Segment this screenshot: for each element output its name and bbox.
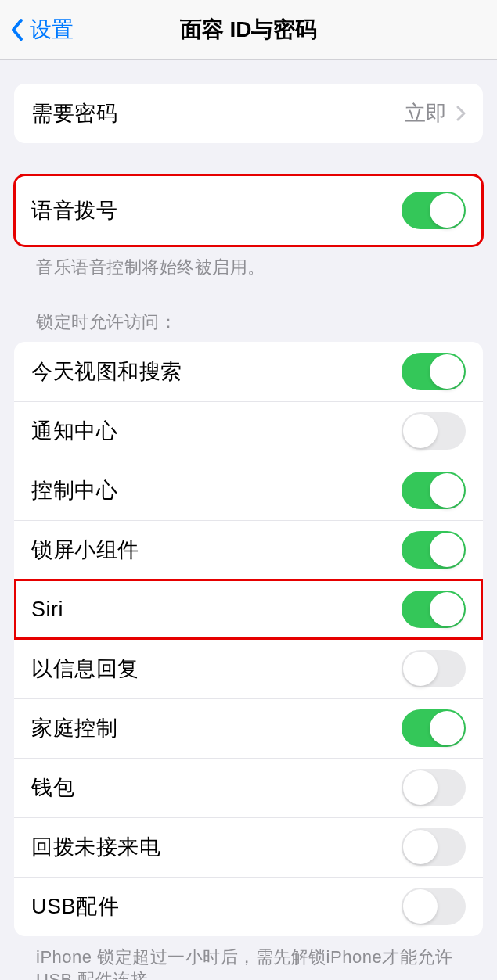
locked-access-header: 锁定时允许访问：	[14, 311, 483, 342]
group-passcode-require: 需要密码 立即	[14, 84, 483, 143]
row-label: 控制中心	[31, 476, 117, 504]
toggle-locked-access-item[interactable]	[402, 709, 466, 747]
toggle-locked-access-item[interactable]	[402, 412, 466, 450]
row-passcode-require[interactable]: 需要密码 立即	[14, 84, 483, 143]
row-label: 需要密码	[31, 99, 117, 127]
back-button[interactable]: 设置	[9, 15, 74, 45]
row-locked-access-item: 通知中心	[14, 401, 483, 461]
group-voice-dial: 语音拨号	[14, 174, 483, 246]
voice-dial-footnote: 音乐语音控制将始终被启用。	[14, 246, 483, 279]
chevron-left-icon	[9, 18, 23, 41]
page-title: 面容 ID与密码	[180, 15, 318, 45]
row-locked-access-item: 以信息回复	[14, 639, 483, 698]
row-label: 语音拨号	[31, 196, 117, 224]
row-label: 家庭控制	[31, 714, 117, 742]
group-locked-access: 今天视图和搜索通知中心控制中心锁屏小组件Siri以信息回复家庭控制钱包回拨未接来…	[14, 342, 483, 936]
row-label: 通知中心	[31, 417, 117, 445]
row-locked-access-item: 回拨未接来电	[14, 817, 483, 877]
row-locked-access-item: 钱包	[14, 758, 483, 817]
row-label: 回拨未接来电	[31, 833, 160, 861]
row-locked-access-item: USB配件	[14, 877, 483, 936]
row-locked-access-item: 控制中心	[14, 461, 483, 520]
row-value: 立即	[405, 99, 447, 127]
toggle-locked-access-item[interactable]	[402, 769, 466, 806]
row-label: 钱包	[31, 774, 74, 802]
toggle-locked-access-item[interactable]	[402, 472, 466, 509]
row-label: 以信息回复	[31, 655, 139, 683]
chevron-right-icon	[456, 106, 466, 121]
toggle-locked-access-item[interactable]	[402, 828, 466, 866]
row-locked-access-item: 今天视图和搜索	[14, 342, 483, 401]
row-voice-dial: 语音拨号	[14, 174, 483, 246]
row-locked-access-item: 锁屏小组件	[14, 520, 483, 580]
row-label: USB配件	[31, 892, 119, 921]
back-label: 设置	[30, 15, 74, 45]
row-right: 立即	[405, 99, 466, 127]
locked-access-footnote: iPhone 锁定超过一小时后，需先解锁iPhone才能允许USB 配件连接。	[14, 936, 483, 980]
toggle-locked-access-item[interactable]	[402, 591, 466, 628]
toggle-locked-access-item[interactable]	[402, 888, 466, 925]
toggle-voice-dial[interactable]	[402, 192, 466, 229]
row-label: 今天视图和搜索	[31, 357, 182, 386]
nav-header: 设置 面容 ID与密码	[0, 0, 497, 60]
toggle-locked-access-item[interactable]	[402, 531, 466, 569]
toggle-locked-access-item[interactable]	[402, 353, 466, 390]
row-label: 锁屏小组件	[31, 536, 139, 564]
toggle-locked-access-item[interactable]	[402, 650, 466, 687]
row-locked-access-item: 家庭控制	[14, 698, 483, 758]
row-label: Siri	[31, 598, 63, 622]
row-locked-access-item: Siri	[14, 580, 483, 639]
